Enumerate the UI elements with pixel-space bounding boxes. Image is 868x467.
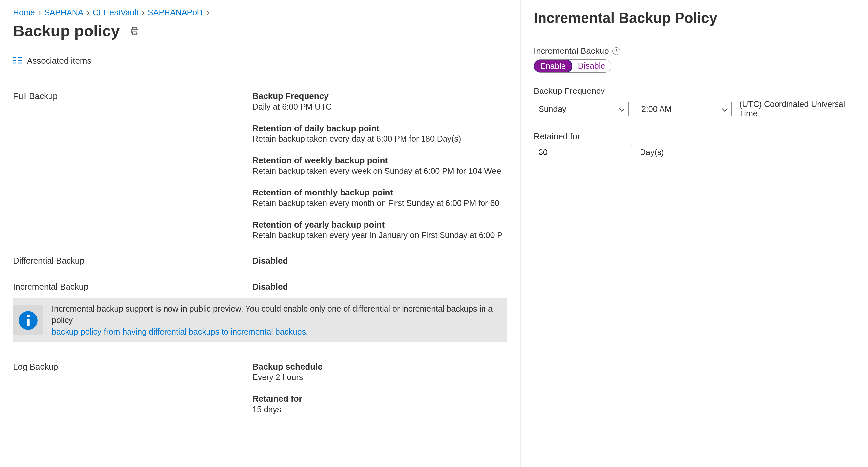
full-weekly-retention-label: Retention of weekly backup point [252,155,507,166]
full-yearly-retention-label: Retention of yearly backup point [252,220,507,230]
breadcrumb-saphana[interactable]: SAPHANA [44,8,83,18]
full-daily-retention-label: Retention of daily backup point [252,123,507,134]
chevron-right-icon: › [142,8,145,18]
breadcrumb: Home › SAPHANA › CLITestVault › SAPHANAP… [13,8,507,18]
associated-items-label: Associated items [27,56,91,66]
page-title: Backup policy [13,22,120,40]
full-weekly-retention-value: Retain backup taken every week on Sunday… [252,166,507,176]
retained-for-label: Retained for [534,132,855,142]
toggle-enable-option[interactable]: Enable [534,59,572,73]
full-monthly-retention-label: Retention of monthly backup point [252,187,507,198]
log-retained-value: 15 days [252,405,507,414]
info-tooltip-icon[interactable]: i [612,47,620,55]
log-schedule-value: Every 2 hours [252,373,507,382]
full-frequency-value: Daily at 6:00 PM UTC [252,102,507,112]
section-differential-label: Differential Backup [13,256,252,266]
print-icon [130,26,140,36]
full-daily-retention-value: Retain backup taken every day at 6:00 PM… [252,134,507,144]
svg-rect-11 [27,319,30,326]
chevron-down-icon [721,104,728,114]
frequency-time-value: 2:00 AM [642,104,672,114]
section-full-backup-label: Full Backup [13,91,252,240]
print-button[interactable] [129,25,141,37]
retained-unit-label: Day(s) [640,148,664,157]
incremental-status: Disabled [252,282,507,292]
differential-status: Disabled [252,256,507,266]
frequency-time-select[interactable]: 2:00 AM [637,102,732,116]
incremental-toggle: Enable Disable [534,59,611,73]
full-monthly-retention-value: Retain backup taken every month on First… [252,198,507,208]
log-retained-label: Retained for [252,394,507,404]
full-yearly-retention-value: Retain backup taken every year in Januar… [252,231,507,240]
breadcrumb-policy[interactable]: SAPHANAPol1 [148,8,204,18]
list-icon [13,57,22,65]
frequency-day-select[interactable]: Sunday [534,102,629,116]
banner-text: Incremental backup support is now in pub… [52,304,493,325]
retained-for-input[interactable] [534,145,632,159]
backup-frequency-label: Backup Frequency [534,86,855,96]
incremental-toggle-label: Incremental Backup [534,46,609,56]
section-incremental-label: Incremental Backup [13,282,252,292]
incremental-backup-policy-panel: Incremental Backup Policy Incremental Ba… [521,0,868,467]
info-icon [18,311,38,330]
chevron-right-icon: › [38,8,41,18]
info-banner: Incremental backup support is now in pub… [13,298,507,342]
breadcrumb-vault[interactable]: CLITestVault [93,8,138,18]
log-schedule-label: Backup schedule [252,362,507,372]
toggle-disable-option[interactable]: Disable [572,60,611,72]
chevron-right-icon: › [207,8,210,18]
timezone-label: (UTC) Coordinated Universal Time [740,99,855,118]
panel-title: Incremental Backup Policy [534,10,855,26]
banner-link[interactable]: backup policy from having differential b… [52,327,308,336]
section-log-backup-label: Log Backup [13,362,252,414]
breadcrumb-home[interactable]: Home [13,8,35,18]
svg-point-10 [27,314,30,317]
chevron-right-icon: › [87,8,90,18]
associated-items-button[interactable]: Associated items [13,52,507,71]
full-frequency-label: Backup Frequency [252,91,507,101]
chevron-down-icon [619,104,625,114]
frequency-day-value: Sunday [538,104,566,114]
